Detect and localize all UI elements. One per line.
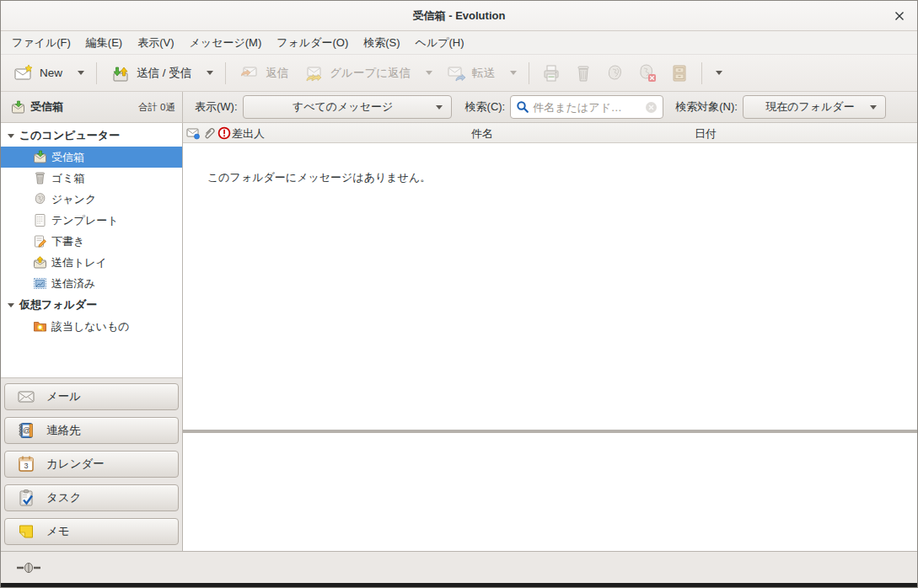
menu-edit[interactable]: 編集(E) <box>78 32 130 54</box>
preview-pane <box>183 433 917 551</box>
print-button[interactable] <box>535 59 567 88</box>
folder-junk[interactable]: ジャンク <box>1 189 182 210</box>
new-mail-icon <box>13 63 34 83</box>
close-button[interactable] <box>890 7 909 25</box>
delete-button[interactable] <box>567 59 599 88</box>
svg-text:@: @ <box>23 426 30 435</box>
tree-group-label: このコンピューター <box>19 128 120 143</box>
reply-icon <box>239 63 260 83</box>
chevron-down-icon <box>78 71 84 75</box>
menu-search[interactable]: 検索(S) <box>356 32 407 54</box>
switcher-label: メモ <box>46 524 70 539</box>
trash-icon <box>573 63 593 83</box>
folder-label: 下書き <box>51 234 84 249</box>
toolbar-separator <box>701 62 702 84</box>
send-receive-dropdown[interactable] <box>199 59 219 88</box>
forward-label: 転送 <box>472 66 495 81</box>
component-switcher: メール @ 連絡先 3 カレンダー タスク メモ <box>1 377 182 551</box>
group-reply-label: グループに返信 <box>330 66 411 81</box>
menu-help[interactable]: ヘルプ(H) <box>408 32 472 54</box>
clear-search-icon[interactable] <box>645 101 658 114</box>
not-junk-button[interactable] <box>631 59 663 88</box>
folder-label: 該当しないもの <box>51 319 130 334</box>
filter-controls: 表示(W): すべてのメッセージ 検索(C): 検索対象(N): 現在のフォルダ… <box>183 95 917 119</box>
folder-tree: このコンピューター 受信箱 ゴミ箱 ジャンク テンプレート <box>1 123 182 377</box>
column-subject[interactable]: 件名 <box>471 126 493 142</box>
switcher-calendar-button[interactable]: 3 カレンダー <box>4 451 179 478</box>
online-status-button[interactable] <box>14 557 43 579</box>
expander-icon[interactable] <box>8 303 14 307</box>
inbox-icon <box>33 150 47 164</box>
inbox-icon <box>11 100 25 115</box>
chevron-down-icon <box>870 105 877 110</box>
folder-label: ジャンク <box>51 192 96 207</box>
search-icon <box>516 100 529 114</box>
menu-folder[interactable]: フォルダー(O) <box>269 32 356 54</box>
group-reply-icon <box>303 63 324 83</box>
message-list-header: 差出人 件名 日付 <box>183 123 917 143</box>
folder-outbox[interactable]: 送信トレイ <box>1 252 182 273</box>
switcher-memos-button[interactable]: メモ <box>4 518 179 545</box>
send-receive-label: 送信 / 受信 <box>137 66 191 81</box>
title-bar: 受信箱 - Evolution <box>1 1 917 31</box>
switcher-label: メール <box>46 389 81 404</box>
folder-label: 送信済み <box>51 276 95 291</box>
search-folder-icon <box>33 319 47 334</box>
close-icon <box>894 11 905 21</box>
search-input[interactable] <box>533 101 642 114</box>
junk-button[interactable] <box>599 59 631 88</box>
toolbar-overflow-dropdown[interactable] <box>708 59 728 88</box>
reply-button[interactable]: 返信 <box>232 59 296 88</box>
attachment-column-icon[interactable] <box>202 126 216 140</box>
column-from[interactable]: 差出人 <box>232 126 265 142</box>
archive-button[interactable] <box>663 59 695 88</box>
switcher-label: 連絡先 <box>46 423 81 438</box>
folder-drafts[interactable]: 下書き <box>1 231 182 252</box>
switcher-tasks-button[interactable]: タスク <box>4 484 179 511</box>
folder-trash[interactable]: ゴミ箱 <box>1 168 182 189</box>
expander-icon[interactable] <box>8 134 14 138</box>
switcher-contacts-button[interactable]: @ 連絡先 <box>4 417 179 444</box>
send-receive-button[interactable]: 送信 / 受信 <box>103 59 199 88</box>
menu-bar: ファイル(F) 編集(E) 表示(V) メッセージ(M) フォルダー(O) 検索… <box>1 31 917 55</box>
folder-unmatched[interactable]: 該当しないもの <box>1 316 182 337</box>
mail-icon <box>17 388 35 406</box>
priority-column-icon[interactable] <box>217 126 231 140</box>
group-reply-dropdown[interactable] <box>418 59 438 88</box>
sent-icon <box>33 276 47 291</box>
menu-view[interactable]: 表示(V) <box>130 32 181 54</box>
menu-file[interactable]: ファイル(F) <box>4 32 78 54</box>
folder-inbox[interactable]: 受信箱 <box>1 147 182 168</box>
tree-group-this-computer[interactable]: このコンピューター <box>1 125 182 147</box>
not-junk-icon <box>637 63 658 83</box>
folder-templates[interactable]: テンプレート <box>1 210 182 231</box>
group-reply-button[interactable]: グループに返信 <box>296 59 418 88</box>
folder-label: 送信トレイ <box>51 255 107 270</box>
tree-group-search-folders[interactable]: 仮想フォルダー <box>1 294 182 316</box>
send-receive-icon <box>110 63 131 83</box>
folder-sidebar: このコンピューター 受信箱 ゴミ箱 ジャンク テンプレート <box>1 123 183 551</box>
trash-icon <box>33 171 47 185</box>
folder-sent[interactable]: 送信済み <box>1 273 182 294</box>
toolbar-separator <box>96 62 97 84</box>
chevron-down-icon <box>436 105 443 110</box>
tasks-icon <box>17 489 35 507</box>
new-message-dropdown[interactable] <box>70 59 90 88</box>
read-status-column-icon[interactable] <box>186 126 200 140</box>
view-filter-dropdown[interactable]: すべてのメッセージ <box>243 95 452 119</box>
template-icon <box>33 213 47 227</box>
search-scope-dropdown[interactable]: 現在のフォルダー <box>743 95 886 119</box>
forward-button[interactable]: 転送 <box>438 59 502 88</box>
bottom-screen-edge <box>1 583 917 587</box>
current-folder-panel: 受信箱 合計 0通 <box>1 92 183 122</box>
switcher-mail-button[interactable]: メール <box>4 383 179 410</box>
forward-dropdown[interactable] <box>502 59 523 88</box>
message-list[interactable]: このフォルダーにメッセージはありません。 <box>183 143 917 430</box>
new-message-button[interactable]: New <box>6 59 70 88</box>
message-count: 合計 0通 <box>138 101 175 114</box>
printer-icon <box>541 63 561 83</box>
menu-message[interactable]: メッセージ(M) <box>182 32 270 54</box>
view-filter-value: すべてのメッセージ <box>252 99 434 115</box>
online-plug-icon <box>16 561 41 575</box>
column-date[interactable]: 日付 <box>695 126 717 142</box>
